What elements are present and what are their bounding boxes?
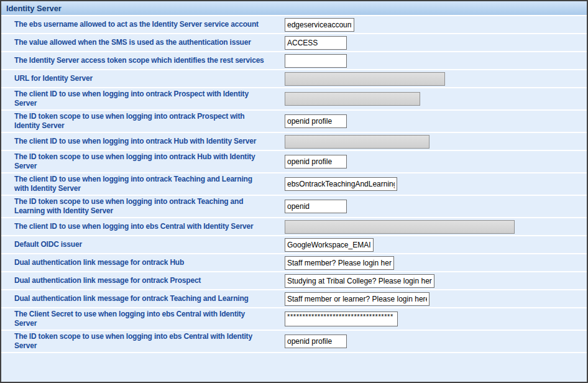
setting-label: The Identity Server access token scope w… xyxy=(1,56,285,65)
setting-input[interactable] xyxy=(285,292,430,306)
setting-input[interactable] xyxy=(285,114,347,128)
settings-row: The Identity Server access token scope w… xyxy=(1,52,587,70)
setting-input xyxy=(285,92,420,106)
setting-input[interactable] xyxy=(285,36,347,50)
setting-input[interactable] xyxy=(285,200,347,213)
setting-label: The client ID to use when logging into o… xyxy=(1,137,285,146)
identity-server-settings-window: Identity Server The ebs username allowed… xyxy=(0,0,588,383)
setting-input[interactable] xyxy=(285,274,434,288)
setting-label: The client ID to use when logging into o… xyxy=(1,175,285,193)
settings-rows: The ebs username allowed to act as the I… xyxy=(1,16,587,353)
setting-input-cell xyxy=(285,36,587,50)
settings-row: The ID token scope to use when logging i… xyxy=(1,111,587,133)
setting-input xyxy=(285,135,430,149)
setting-input[interactable] xyxy=(285,18,354,32)
bottom-filler xyxy=(1,353,587,382)
settings-row: The client ID to use when logging into o… xyxy=(1,88,587,111)
setting-input-cell xyxy=(285,256,587,270)
setting-label: Dual authentication link message for ont… xyxy=(1,258,285,267)
settings-row: Default OIDC issuer xyxy=(1,236,587,254)
settings-row: Dual authentication link message for ont… xyxy=(1,254,587,272)
setting-input-cell xyxy=(285,200,587,213)
setting-input[interactable] xyxy=(285,335,347,348)
page-title: Identity Server xyxy=(6,4,62,13)
setting-label: The value allowed when the SMS is used a… xyxy=(1,38,285,47)
setting-label: Default OIDC issuer xyxy=(1,240,285,249)
settings-row: The client ID to use when logging into o… xyxy=(1,173,587,196)
setting-input[interactable] xyxy=(285,155,347,168)
setting-input[interactable] xyxy=(285,256,394,270)
setting-input-cell xyxy=(285,92,587,106)
settings-row: URL for Identity Server xyxy=(1,70,587,88)
setting-input-cell xyxy=(285,238,587,252)
settings-row: Dual authentication link message for ont… xyxy=(1,290,587,308)
setting-label: The ID token scope to use when logging i… xyxy=(1,332,285,351)
setting-input[interactable] xyxy=(285,177,397,191)
setting-input-cell xyxy=(285,274,587,288)
settings-row: The ebs username allowed to act as the I… xyxy=(1,16,587,34)
setting-input-cell xyxy=(285,114,587,128)
setting-label: The Client Secret to use when logging in… xyxy=(1,310,285,328)
settings-row: The value allowed when the SMS is used a… xyxy=(1,34,587,52)
setting-input[interactable] xyxy=(285,238,374,252)
settings-row: The ID token scope to use when logging i… xyxy=(1,196,587,218)
section-header: Identity Server xyxy=(1,1,587,16)
setting-label: URL for Identity Server xyxy=(1,74,285,83)
setting-input-cell xyxy=(285,155,587,168)
setting-input-cell xyxy=(285,311,587,326)
setting-label: The ID token scope to use when logging i… xyxy=(1,152,285,171)
setting-label: The ebs username allowed to act as the I… xyxy=(1,20,285,29)
settings-row: The client ID to use when logging into e… xyxy=(1,218,587,236)
setting-input-cell xyxy=(285,72,587,86)
setting-input-cell xyxy=(285,177,587,191)
setting-input[interactable] xyxy=(285,54,347,68)
setting-input-cell xyxy=(285,335,587,348)
setting-input-cell xyxy=(285,292,587,306)
setting-input xyxy=(285,72,445,86)
settings-row: The ID token scope to use when logging i… xyxy=(1,331,587,353)
setting-input-cell xyxy=(285,220,587,234)
setting-input-cell xyxy=(285,18,587,32)
setting-label: The ID token scope to use when logging i… xyxy=(1,112,285,131)
setting-input-cell xyxy=(285,54,587,68)
setting-label: Dual authentication link message for ont… xyxy=(1,294,285,303)
setting-input[interactable] xyxy=(285,311,398,326)
setting-input xyxy=(285,220,515,234)
settings-row: The client ID to use when logging into o… xyxy=(1,133,587,151)
setting-label: The client ID to use when logging into o… xyxy=(1,90,285,108)
setting-label: Dual authentication link message for ont… xyxy=(1,276,285,285)
settings-row: Dual authentication link message for ont… xyxy=(1,272,587,290)
setting-label: The client ID to use when logging into e… xyxy=(1,222,285,231)
settings-row: The Client Secret to use when logging in… xyxy=(1,308,587,331)
settings-row: The ID token scope to use when logging i… xyxy=(1,151,587,173)
setting-label: The ID token scope to use when logging i… xyxy=(1,197,285,216)
setting-input-cell xyxy=(285,135,587,149)
